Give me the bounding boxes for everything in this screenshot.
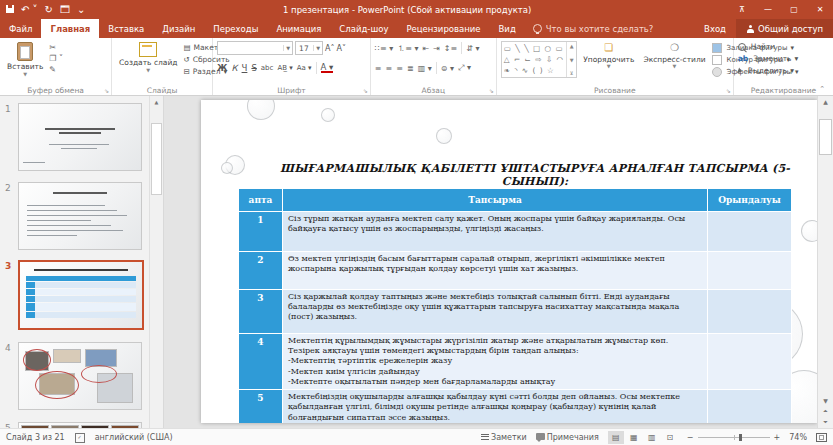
tell-me-box[interactable]: Что вы хотите сделать?	[525, 19, 662, 38]
thumb-scroll-up-icon[interactable]: ▲	[155, 99, 159, 105]
columns-icon[interactable]: ▥ ▾	[418, 64, 432, 73]
reading-view-icon[interactable]: ▥	[644, 431, 660, 444]
thumbnail-slide-5[interactable]: 5	[18, 422, 142, 428]
italic-icon[interactable]: К	[232, 63, 238, 73]
normal-view-icon[interactable]: ▤	[608, 431, 624, 444]
slide-title[interactable]: ШЫҒАРМАШЫЛЫҚ ҚАБІЛЕТТІ ҰШТАСТЫРУҒА АРНАЛ…	[271, 162, 799, 188]
smartart-icon[interactable]: ⤢ ▾	[458, 63, 471, 73]
font-dialog-launcher-icon[interactable]: ⇘	[363, 87, 368, 94]
assignment-table[interactable]: апта Тапсырма Орындалуы 1 Сіз тұрып жатқ…	[238, 188, 792, 423]
line-spacing-icon[interactable]: ↕≡	[444, 44, 457, 53]
next-slide-icon[interactable]: ⏷	[823, 418, 828, 426]
tab-insert[interactable]: Вставка	[99, 19, 153, 38]
tab-slideshow[interactable]: Слайд-шоу	[330, 19, 397, 38]
font-size-combo[interactable]: 17▼	[295, 41, 323, 55]
tab-file[interactable]: Файл	[0, 19, 41, 38]
shapes-gallery[interactable]: ▭ ╲ ╲ □ ○ ▭ △ ⌐ ⌙ ⇨ ⇩ ◠ ❧ ◝ ∿ ( ) ☆ ▲ ▼ …	[501, 41, 577, 78]
bubble-decoration	[247, 100, 275, 120]
slide-sorter-view-icon[interactable]: ▦	[626, 431, 642, 444]
thumbnail-slide-3[interactable]: 3	[18, 260, 142, 330]
increase-indent-icon[interactable]: ⇥	[433, 44, 440, 53]
slide-area-scrollbar[interactable]: ▲ ▼ ⏶ ⏷	[817, 96, 833, 428]
previous-slide-icon[interactable]: ⏶	[823, 407, 828, 415]
zoom-in-icon[interactable]: +	[774, 433, 781, 442]
sign-in-button[interactable]: Вход	[694, 24, 736, 34]
language-indicator[interactable]: английский (США)	[95, 433, 173, 442]
arrange-button[interactable]: ❏ Упорядочить ▼	[580, 41, 637, 71]
paste-dropdown-arrow[interactable]: ▼	[23, 72, 27, 78]
zoom-slider-thumb[interactable]	[739, 434, 742, 441]
comments-button[interactable]: Примечания	[536, 433, 599, 442]
person-icon	[746, 25, 754, 33]
bullets-icon[interactable]: ∷≡ ▾	[375, 44, 393, 53]
tab-view[interactable]: Вид	[490, 19, 525, 38]
tab-transitions[interactable]: Переходы	[204, 19, 267, 38]
window-controls: ⊼ — ▢ ✕	[729, 0, 833, 19]
align-center-icon[interactable]: ≡	[386, 64, 393, 73]
undo-icon[interactable]: ↶ ˅	[21, 0, 38, 19]
bold-icon[interactable]: Ж	[217, 63, 227, 73]
zoom-level[interactable]: 74%	[789, 433, 807, 442]
tab-design[interactable]: Дизайн	[153, 19, 204, 38]
underline-icon[interactable]: Ч	[242, 63, 248, 73]
fit-slide-to-window-icon[interactable]	[816, 433, 827, 442]
numbering-icon[interactable]: ⒈≡ ▾	[397, 43, 418, 54]
notes-button[interactable]: Заметки	[481, 433, 527, 442]
thumbnail-slide-4[interactable]: 4	[18, 342, 142, 410]
thumb-scroll-thumb[interactable]	[151, 123, 162, 195]
grow-font-icon[interactable]: А˄	[325, 44, 334, 53]
shapes-gallery-scroll[interactable]: ▲ ▼ ⊻	[566, 42, 576, 77]
change-case-icon[interactable]: Аа ▾	[297, 64, 312, 72]
thumbnail-panel-scrollbar[interactable]: ▲	[149, 96, 163, 428]
paragraph-dialog-launcher-icon[interactable]: ⇘	[489, 87, 494, 94]
find-button[interactable]: Найти	[738, 42, 798, 52]
scroll-down-icon[interactable]: ▼	[823, 397, 828, 404]
clipboard-dialog-launcher-icon[interactable]: ⇘	[104, 87, 109, 94]
shrink-font-icon[interactable]: А˅	[337, 44, 346, 53]
close-icon[interactable]: ✕	[807, 0, 833, 19]
decrease-indent-icon[interactable]: ⇤	[422, 44, 429, 53]
scroll-up-icon[interactable]: ▲	[823, 98, 828, 105]
tab-review[interactable]: Рецензирование	[397, 19, 489, 38]
current-slide[interactable]: ШЫҒАРМАШЫЛЫҚ ҚАБІЛЕТТІ ҰШТАСТЫРУҒА АРНАЛ…	[201, 100, 817, 423]
quick-styles-button[interactable]: ❍ Экспресс-стили ▼	[640, 41, 708, 71]
format-painter-icon[interactable]: ✎	[49, 65, 63, 74]
align-right-icon[interactable]: ≡	[396, 64, 403, 73]
minimize-icon[interactable]: —	[755, 0, 781, 19]
spellcheck-icon[interactable]: ✓	[75, 433, 85, 443]
scrollbar-thumb[interactable]	[819, 119, 832, 155]
strikethrough-icon[interactable]: S	[251, 63, 256, 73]
thumbnail-image-3	[18, 260, 144, 330]
replace-button[interactable]: abЗаменить ▾	[738, 54, 798, 64]
collapse-ribbon-icon[interactable]: ⌃	[819, 85, 825, 93]
start-slideshow-icon[interactable]: 🗔	[60, 0, 70, 19]
text-direction-icon[interactable]: ⇵ ▾	[466, 44, 479, 53]
tab-animations[interactable]: Анимация	[267, 19, 330, 38]
ribbon-display-options-icon[interactable]: ⊼	[729, 0, 755, 19]
font-color-icon[interactable]: А ▾	[321, 63, 334, 73]
thumbnail-slide-1[interactable]: 1	[18, 103, 142, 171]
font-name-combo[interactable]: ▼	[217, 41, 293, 55]
cut-icon[interactable]: ✂	[49, 43, 63, 52]
share-button[interactable]: Общий доступ	[736, 19, 833, 38]
restore-icon[interactable]: ▢	[781, 0, 807, 19]
new-slide-button[interactable]: Создать слайд ▼	[116, 41, 180, 74]
save-icon[interactable]	[6, 0, 14, 19]
zoom-out-icon[interactable]: −	[687, 433, 694, 442]
copy-icon[interactable]: ❐ ˅	[49, 54, 63, 63]
thumbnail-slide-2[interactable]: 2	[18, 182, 142, 250]
customize-qat-icon[interactable]: ⌄	[77, 0, 85, 19]
align-text-icon[interactable]: ⊜ ▾	[441, 64, 454, 73]
align-left-icon[interactable]: ≡	[375, 64, 382, 73]
drawing-dialog-launcher-icon[interactable]: ⇘	[726, 87, 731, 94]
tab-home[interactable]: Главная	[41, 19, 99, 38]
justify-icon[interactable]: ≣	[407, 64, 414, 73]
redo-icon[interactable]: ↻	[45, 0, 53, 19]
select-button[interactable]: Выделить ▾	[738, 66, 798, 76]
character-spacing-icon[interactable]: АВ̲ ▾	[277, 64, 292, 72]
zoom-slider[interactable]	[698, 437, 770, 438]
text-shadow-icon[interactable]: abc	[261, 64, 274, 72]
paste-button[interactable]: Вставить ▼	[4, 41, 46, 78]
slide-indicator[interactable]: Слайд 3 из 21	[6, 433, 65, 442]
slideshow-view-icon[interactable]: ⊡	[662, 431, 678, 444]
